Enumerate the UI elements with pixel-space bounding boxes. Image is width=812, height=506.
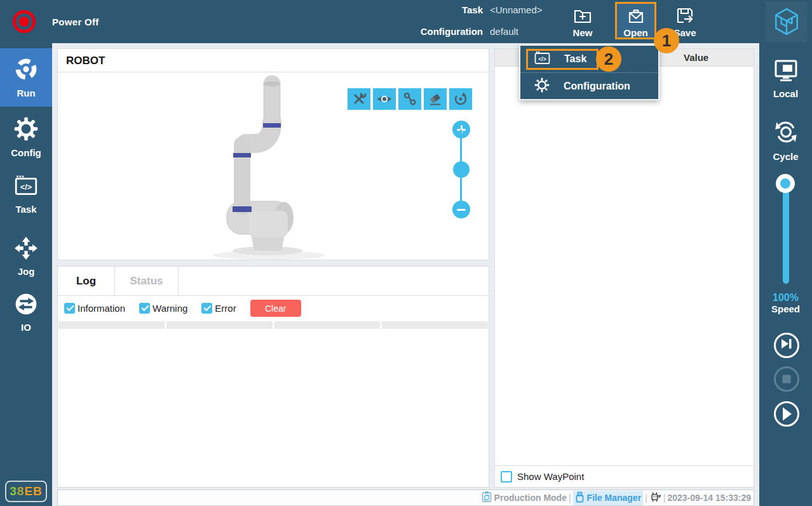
file-manager-label: File Manager <box>587 493 642 503</box>
usb-drive-icon <box>575 491 585 505</box>
sidebar-item-jog[interactable]: Jog <box>0 236 52 277</box>
sidebar-label-run: Run <box>17 88 35 98</box>
sidebar-item-io[interactable]: IO <box>0 292 52 333</box>
cycle-label: Cycle <box>773 151 798 162</box>
status-code-badge: 38EB <box>5 481 47 502</box>
open-dropdown-menu: </> Task Configuration <box>519 44 660 100</box>
view-eraser-icon[interactable] <box>424 88 447 110</box>
production-mode-label: Production Mode <box>494 493 567 503</box>
stop-button[interactable] <box>773 365 801 393</box>
statusbar-separator: | <box>569 493 571 503</box>
save-floppy-icon <box>675 6 695 26</box>
code-window-icon: </> <box>13 174 39 201</box>
tutorial-step-2-badge: 2 <box>596 46 621 72</box>
open-button-label: Open <box>623 27 647 38</box>
play-button[interactable] <box>773 400 801 428</box>
log-column-header <box>382 321 488 329</box>
statusbar-timestamp: 2023-09-14 15:33:29 <box>667 493 751 503</box>
speed-slider-thumb[interactable] <box>776 174 795 193</box>
topbar: Power Off Task <Unnamed> Configuration d… <box>0 0 812 43</box>
statusbar-separator: | <box>645 493 647 503</box>
menu-gear-icon <box>534 77 550 95</box>
local-mode-button[interactable]: Local <box>759 58 812 99</box>
menu-item-task[interactable]: </> Task <box>520 46 658 72</box>
app-window: Power Off Task <Unnamed> Configuration d… <box>0 0 812 506</box>
brand-logo-icon <box>766 1 808 42</box>
sidebar-item-config[interactable]: Config <box>0 116 52 158</box>
svg-text:</>: </> <box>538 56 546 62</box>
information-checkbox[interactable] <box>64 303 75 314</box>
step-forward-button[interactable] <box>773 331 801 359</box>
new-folder-icon <box>572 6 593 26</box>
error-checkbox[interactable] <box>201 303 212 314</box>
new-button-label: New <box>573 27 593 38</box>
statusbar-separator: | <box>663 493 666 503</box>
show-waypoint-label: Show WayPoint <box>517 471 584 482</box>
tutorial-step-1-badge: 1 <box>654 28 679 53</box>
menu-task-label: Task <box>564 53 586 65</box>
log-tab-row: Log Status <box>58 267 489 296</box>
speed-label: Speed <box>759 303 812 314</box>
cycle-mode-button[interactable]: Cycle <box>759 117 812 162</box>
view-tools-icon[interactable] <box>348 88 370 110</box>
value-column-header: Value <box>684 52 708 63</box>
log-filter-row: Information Warning Error Clear <box>58 296 489 320</box>
warning-checkbox[interactable] <box>139 303 150 314</box>
open-button[interactable]: Open <box>615 2 656 39</box>
error-label: Error <box>215 303 236 314</box>
right-sidebar: Local Cycle 100% Speed <box>759 43 812 506</box>
monitor-icon <box>771 58 801 86</box>
robot-status-icon <box>649 491 661 505</box>
jog-arrows-icon <box>14 236 38 263</box>
show-waypoint-row: Show WayPoint <box>495 465 754 487</box>
power-icon[interactable] <box>13 10 36 33</box>
io-exchange-icon <box>14 292 38 319</box>
sidebar-label-config: Config <box>11 147 41 158</box>
badge-char-1: 3 <box>10 484 17 498</box>
run-wheel-icon <box>14 57 38 84</box>
statusbar: Production Mode | File Manager | | 2023-… <box>57 489 754 506</box>
sidebar-label-task: Task <box>15 204 36 215</box>
view-visibility-icon[interactable] <box>373 88 396 110</box>
badge-char-2: 8 <box>17 484 25 498</box>
tab-status[interactable]: Status <box>115 267 179 296</box>
task-name-value: <Unnamed> <box>490 4 543 15</box>
file-manager-link[interactable]: File Manager <box>573 491 644 505</box>
production-mode-icon <box>481 491 492 505</box>
configuration-name-value: default <box>490 26 518 37</box>
value-panel: Value Show WayPoint <box>494 48 754 488</box>
new-button[interactable]: New <box>563 3 602 39</box>
clear-log-button[interactable]: Clear <box>250 300 301 317</box>
view-rotate-icon[interactable] <box>449 88 472 110</box>
log-column-header <box>58 321 165 329</box>
tab-log[interactable]: Log <box>58 267 115 296</box>
left-sidebar: Run Config </> Task Jog IO 38 <box>0 43 52 506</box>
information-label: Information <box>78 303 125 314</box>
sidebar-label-jog: Jog <box>18 266 35 277</box>
speed-percent: 100% <box>759 292 812 303</box>
sidebar-item-task[interactable]: </> Task <box>0 174 52 215</box>
zoom-out-button[interactable] <box>452 201 470 218</box>
badge-char-3: EB <box>24 484 42 498</box>
power-status-label: Power Off <box>52 17 99 27</box>
open-file-icon <box>626 6 646 26</box>
menu-configuration-label: Configuration <box>564 81 630 92</box>
log-column-header <box>166 321 273 329</box>
gear-icon <box>13 116 39 144</box>
cycle-arrows-icon <box>771 117 801 149</box>
power-dot <box>19 17 29 27</box>
sidebar-item-run[interactable]: Run <box>0 48 52 107</box>
warning-label: Warning <box>152 303 187 314</box>
robot-panel-title: ROBOT <box>66 55 105 67</box>
zoom-slider-thumb[interactable] <box>453 161 470 178</box>
menu-item-configuration[interactable]: Configuration <box>520 73 658 100</box>
log-column-header <box>274 321 381 329</box>
log-panel: Log Status Information Warning Error Cle… <box>57 266 489 488</box>
menu-code-window-icon: </> <box>534 51 550 67</box>
configuration-label: Configuration <box>381 26 483 37</box>
speed-slider-track[interactable] <box>783 183 789 284</box>
svg-text:</>: </> <box>20 183 32 192</box>
view-joint-links-icon[interactable] <box>398 88 421 110</box>
task-label: Task <box>381 4 483 15</box>
show-waypoint-checkbox[interactable] <box>501 471 512 483</box>
